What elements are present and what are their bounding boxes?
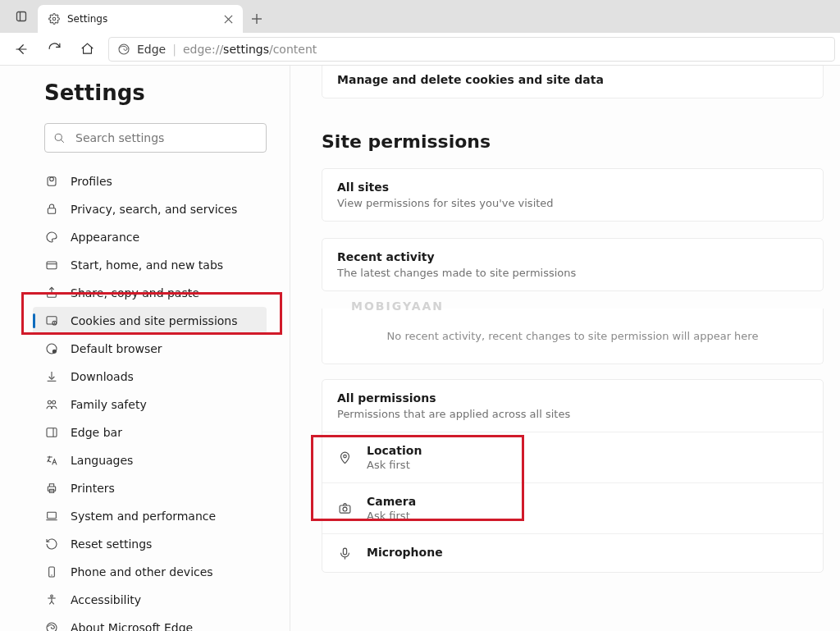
svg-line-10 (61, 139, 63, 142)
recent-sub: The latest changes made to site permissi… (337, 267, 808, 279)
permission-microphone[interactable]: Microphone (322, 534, 823, 572)
sidebar-item-privacy[interactable]: Privacy, search, and services (33, 195, 267, 223)
svg-rect-35 (343, 548, 346, 555)
sidebar-item-label: Default browser (71, 342, 162, 355)
sidebar-item-system[interactable]: System and performance (33, 502, 267, 530)
svg-point-34 (343, 507, 347, 511)
all-sites-card[interactable]: All sites View permissions for sites you… (322, 168, 824, 222)
svg-point-22 (52, 400, 56, 404)
search-input[interactable] (75, 131, 258, 144)
sidebar-item-default-browser[interactable]: Default browser (33, 335, 267, 363)
url-tail: /content (269, 43, 317, 56)
recent-activity-card: Recent activity The latest changes made … (322, 238, 824, 291)
sidebar-item-label: Accessibility (71, 593, 141, 606)
manage-cookies-card[interactable]: Manage and delete cookies and site data (322, 66, 824, 98)
sidebar-item-phone[interactable]: Phone and other devices (33, 558, 267, 586)
sidebar-item-downloads[interactable]: Downloads (33, 363, 267, 391)
svg-rect-17 (47, 317, 57, 324)
sidebar-item-label: Profiles (71, 175, 112, 188)
close-tab-button[interactable] (221, 12, 235, 25)
sidebar-item-languages[interactable]: Languages (33, 446, 267, 474)
cookies-icon (44, 313, 59, 328)
sidebar-item-edgebar[interactable]: Edge bar (33, 418, 267, 446)
sidebar-item-cookies[interactable]: Cookies and site permissions (33, 307, 267, 335)
sidebar-item-label: Cookies and site permissions (71, 314, 238, 327)
recent-empty-state: No recent activity, recent changes to si… (322, 309, 824, 364)
edge-logo-icon (117, 43, 130, 56)
sidebar-item-label: Phone and other devices (71, 565, 213, 578)
all-sites-sub: View permissions for sites you've visite… (337, 197, 808, 209)
printer-icon (44, 481, 59, 496)
tabs-icon (44, 258, 59, 272)
plus-icon (251, 13, 262, 25)
all-perms-title: All permissions (337, 391, 808, 405)
sidebar-item-start[interactable]: Start, home, and new tabs (33, 251, 267, 279)
reset-icon (44, 537, 59, 551)
sidebar-item-family[interactable]: Family safety (33, 391, 267, 418)
perm-state: Ask first (367, 510, 416, 522)
sidebar-item-label: Reset settings (71, 537, 152, 551)
sidebar-item-label: Appearance (71, 231, 139, 244)
address-bar[interactable]: Edge | edge://settings/content (108, 37, 835, 62)
browser-tab-settings[interactable]: Settings (38, 5, 243, 33)
sidebar-item-label: Share, copy and paste (71, 286, 199, 299)
perm-name: Camera (367, 495, 416, 508)
svg-rect-33 (340, 505, 350, 513)
family-icon (44, 397, 59, 412)
sidebar-item-profiles[interactable]: Profiles (33, 167, 267, 195)
browser-default-icon (44, 341, 59, 356)
sidebar-item-label: System and performance (71, 510, 216, 523)
svg-point-21 (48, 400, 51, 404)
sidebar-item-label: Downloads (71, 370, 134, 383)
all-permissions-group: All permissions Permissions that are app… (322, 379, 824, 573)
refresh-button[interactable] (38, 33, 71, 66)
home-icon (80, 42, 94, 56)
settings-content: Manage and delete cookies and site data … (290, 66, 840, 631)
sidebar-item-accessibility[interactable]: Accessibility (33, 586, 267, 614)
sidebar-item-label: Languages (71, 454, 133, 467)
recent-title: Recent activity (337, 250, 808, 263)
permission-location[interactable]: Location Ask first (322, 432, 823, 482)
refresh-icon (48, 42, 62, 56)
svg-rect-25 (48, 487, 55, 491)
tab-actions-button[interactable] (5, 0, 38, 33)
svg-point-2 (52, 17, 56, 21)
tab-preview-icon (15, 10, 28, 23)
svg-rect-27 (48, 512, 57, 518)
close-icon (224, 15, 233, 24)
perm-name: Location (367, 444, 422, 457)
camera-icon (337, 501, 352, 516)
settings-sidebar: Settings Profiles Privacy, search, and s… (0, 66, 290, 631)
languages-icon (44, 453, 59, 468)
page-title: Settings (44, 80, 267, 105)
perm-name: Microphone (367, 546, 443, 559)
sidebar-item-printers[interactable]: Printers (33, 474, 267, 502)
edge-icon (44, 620, 59, 631)
svg-rect-0 (17, 12, 26, 21)
address-scheme-label: Edge (137, 43, 166, 56)
arrow-left-icon (14, 42, 29, 57)
svg-rect-14 (47, 262, 57, 269)
perm-state: Ask first (367, 459, 422, 471)
tab-strip: Settings (0, 0, 840, 33)
sidebar-item-about[interactable]: About Microsoft Edge (33, 614, 267, 631)
download-icon (44, 369, 59, 384)
sidebar-item-appearance[interactable]: Appearance (33, 223, 267, 251)
sidebar-item-share[interactable]: Share, copy and paste (33, 279, 267, 307)
home-button[interactable] (71, 33, 103, 66)
sidebar-item-label: Edge bar (71, 426, 122, 439)
back-button[interactable] (5, 33, 38, 66)
sidebar-item-reset[interactable]: Reset settings (33, 530, 267, 558)
new-tab-button[interactable] (243, 5, 271, 33)
lock-icon (44, 202, 59, 217)
all-perms-sub: Permissions that are applied across all … (337, 408, 808, 420)
sidebar-item-label: About Microsoft Edge (71, 621, 193, 631)
svg-rect-23 (47, 428, 57, 437)
search-settings-box[interactable] (44, 123, 267, 153)
svg-point-30 (51, 595, 53, 597)
location-icon (337, 450, 352, 465)
url-dim: edge:// (183, 43, 223, 56)
permission-camera[interactable]: Camera Ask first (322, 483, 823, 533)
url-main: settings (223, 43, 269, 56)
tab-title: Settings (67, 13, 221, 25)
